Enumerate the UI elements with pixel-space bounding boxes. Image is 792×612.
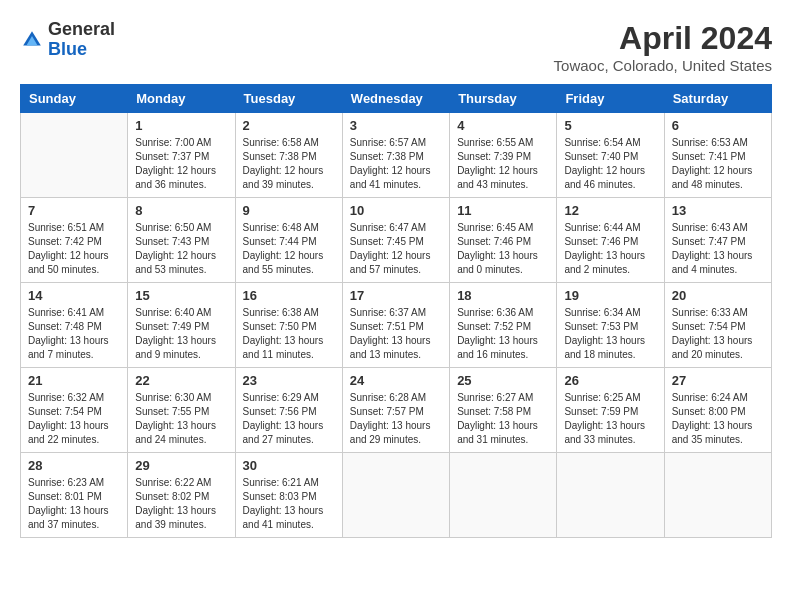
day-info: Sunrise: 6:47 AMSunset: 7:45 PMDaylight:… bbox=[350, 221, 442, 277]
day-info: Sunrise: 6:34 AMSunset: 7:53 PMDaylight:… bbox=[564, 306, 656, 362]
day-number: 18 bbox=[457, 288, 549, 303]
calendar-body: 1Sunrise: 7:00 AMSunset: 7:37 PMDaylight… bbox=[21, 113, 772, 538]
calendar-cell: 13Sunrise: 6:43 AMSunset: 7:47 PMDayligh… bbox=[664, 198, 771, 283]
calendar-week-row: 28Sunrise: 6:23 AMSunset: 8:01 PMDayligh… bbox=[21, 453, 772, 538]
location-title: Towaoc, Colorado, United States bbox=[554, 57, 772, 74]
calendar-cell: 22Sunrise: 6:30 AMSunset: 7:55 PMDayligh… bbox=[128, 368, 235, 453]
header-friday: Friday bbox=[557, 85, 664, 113]
calendar-cell: 2Sunrise: 6:58 AMSunset: 7:38 PMDaylight… bbox=[235, 113, 342, 198]
day-number: 17 bbox=[350, 288, 442, 303]
day-info: Sunrise: 6:41 AMSunset: 7:48 PMDaylight:… bbox=[28, 306, 120, 362]
header: General Blue April 2024 Towaoc, Colorado… bbox=[20, 20, 772, 74]
logo-icon bbox=[20, 28, 44, 52]
header-sunday: Sunday bbox=[21, 85, 128, 113]
day-number: 16 bbox=[243, 288, 335, 303]
calendar-table: Sunday Monday Tuesday Wednesday Thursday… bbox=[20, 84, 772, 538]
header-wednesday: Wednesday bbox=[342, 85, 449, 113]
day-info: Sunrise: 6:36 AMSunset: 7:52 PMDaylight:… bbox=[457, 306, 549, 362]
header-tuesday: Tuesday bbox=[235, 85, 342, 113]
day-number: 26 bbox=[564, 373, 656, 388]
day-number: 20 bbox=[672, 288, 764, 303]
calendar-cell: 30Sunrise: 6:21 AMSunset: 8:03 PMDayligh… bbox=[235, 453, 342, 538]
day-number: 25 bbox=[457, 373, 549, 388]
calendar-cell: 18Sunrise: 6:36 AMSunset: 7:52 PMDayligh… bbox=[450, 283, 557, 368]
day-number: 3 bbox=[350, 118, 442, 133]
day-info: Sunrise: 6:24 AMSunset: 8:00 PMDaylight:… bbox=[672, 391, 764, 447]
calendar-week-row: 7Sunrise: 6:51 AMSunset: 7:42 PMDaylight… bbox=[21, 198, 772, 283]
day-info: Sunrise: 6:53 AMSunset: 7:41 PMDaylight:… bbox=[672, 136, 764, 192]
header-saturday: Saturday bbox=[664, 85, 771, 113]
calendar-cell: 23Sunrise: 6:29 AMSunset: 7:56 PMDayligh… bbox=[235, 368, 342, 453]
header-monday: Monday bbox=[128, 85, 235, 113]
header-thursday: Thursday bbox=[450, 85, 557, 113]
calendar-cell: 14Sunrise: 6:41 AMSunset: 7:48 PMDayligh… bbox=[21, 283, 128, 368]
day-number: 9 bbox=[243, 203, 335, 218]
calendar-cell bbox=[557, 453, 664, 538]
day-number: 13 bbox=[672, 203, 764, 218]
calendar-cell: 6Sunrise: 6:53 AMSunset: 7:41 PMDaylight… bbox=[664, 113, 771, 198]
day-info: Sunrise: 6:44 AMSunset: 7:46 PMDaylight:… bbox=[564, 221, 656, 277]
calendar-cell: 1Sunrise: 7:00 AMSunset: 7:37 PMDaylight… bbox=[128, 113, 235, 198]
calendar-header-row: Sunday Monday Tuesday Wednesday Thursday… bbox=[21, 85, 772, 113]
day-number: 15 bbox=[135, 288, 227, 303]
title-area: April 2024 Towaoc, Colorado, United Stat… bbox=[554, 20, 772, 74]
day-info: Sunrise: 7:00 AMSunset: 7:37 PMDaylight:… bbox=[135, 136, 227, 192]
calendar-cell: 20Sunrise: 6:33 AMSunset: 7:54 PMDayligh… bbox=[664, 283, 771, 368]
month-title: April 2024 bbox=[554, 20, 772, 57]
calendar-cell bbox=[664, 453, 771, 538]
day-info: Sunrise: 6:30 AMSunset: 7:55 PMDaylight:… bbox=[135, 391, 227, 447]
calendar-week-row: 1Sunrise: 7:00 AMSunset: 7:37 PMDaylight… bbox=[21, 113, 772, 198]
calendar-cell: 10Sunrise: 6:47 AMSunset: 7:45 PMDayligh… bbox=[342, 198, 449, 283]
day-info: Sunrise: 6:21 AMSunset: 8:03 PMDaylight:… bbox=[243, 476, 335, 532]
day-number: 22 bbox=[135, 373, 227, 388]
day-info: Sunrise: 6:25 AMSunset: 7:59 PMDaylight:… bbox=[564, 391, 656, 447]
calendar-cell: 11Sunrise: 6:45 AMSunset: 7:46 PMDayligh… bbox=[450, 198, 557, 283]
calendar-cell: 24Sunrise: 6:28 AMSunset: 7:57 PMDayligh… bbox=[342, 368, 449, 453]
day-info: Sunrise: 6:45 AMSunset: 7:46 PMDaylight:… bbox=[457, 221, 549, 277]
day-number: 7 bbox=[28, 203, 120, 218]
day-number: 14 bbox=[28, 288, 120, 303]
calendar-cell bbox=[450, 453, 557, 538]
day-number: 30 bbox=[243, 458, 335, 473]
day-number: 24 bbox=[350, 373, 442, 388]
day-number: 5 bbox=[564, 118, 656, 133]
calendar-cell: 7Sunrise: 6:51 AMSunset: 7:42 PMDaylight… bbox=[21, 198, 128, 283]
day-info: Sunrise: 6:40 AMSunset: 7:49 PMDaylight:… bbox=[135, 306, 227, 362]
day-info: Sunrise: 6:55 AMSunset: 7:39 PMDaylight:… bbox=[457, 136, 549, 192]
day-info: Sunrise: 6:51 AMSunset: 7:42 PMDaylight:… bbox=[28, 221, 120, 277]
day-info: Sunrise: 6:48 AMSunset: 7:44 PMDaylight:… bbox=[243, 221, 335, 277]
day-number: 1 bbox=[135, 118, 227, 133]
day-number: 12 bbox=[564, 203, 656, 218]
day-number: 6 bbox=[672, 118, 764, 133]
calendar-cell: 25Sunrise: 6:27 AMSunset: 7:58 PMDayligh… bbox=[450, 368, 557, 453]
day-number: 10 bbox=[350, 203, 442, 218]
day-number: 29 bbox=[135, 458, 227, 473]
day-number: 23 bbox=[243, 373, 335, 388]
day-info: Sunrise: 6:22 AMSunset: 8:02 PMDaylight:… bbox=[135, 476, 227, 532]
day-number: 19 bbox=[564, 288, 656, 303]
calendar-cell: 21Sunrise: 6:32 AMSunset: 7:54 PMDayligh… bbox=[21, 368, 128, 453]
calendar-cell bbox=[342, 453, 449, 538]
day-info: Sunrise: 6:32 AMSunset: 7:54 PMDaylight:… bbox=[28, 391, 120, 447]
calendar-week-row: 14Sunrise: 6:41 AMSunset: 7:48 PMDayligh… bbox=[21, 283, 772, 368]
day-info: Sunrise: 6:37 AMSunset: 7:51 PMDaylight:… bbox=[350, 306, 442, 362]
day-info: Sunrise: 6:28 AMSunset: 7:57 PMDaylight:… bbox=[350, 391, 442, 447]
day-info: Sunrise: 6:50 AMSunset: 7:43 PMDaylight:… bbox=[135, 221, 227, 277]
calendar-cell: 5Sunrise: 6:54 AMSunset: 7:40 PMDaylight… bbox=[557, 113, 664, 198]
logo-text: General Blue bbox=[48, 20, 115, 60]
calendar-cell bbox=[21, 113, 128, 198]
day-number: 8 bbox=[135, 203, 227, 218]
logo: General Blue bbox=[20, 20, 115, 60]
calendar-cell: 15Sunrise: 6:40 AMSunset: 7:49 PMDayligh… bbox=[128, 283, 235, 368]
day-number: 27 bbox=[672, 373, 764, 388]
day-info: Sunrise: 6:33 AMSunset: 7:54 PMDaylight:… bbox=[672, 306, 764, 362]
calendar-cell: 4Sunrise: 6:55 AMSunset: 7:39 PMDaylight… bbox=[450, 113, 557, 198]
calendar-cell: 17Sunrise: 6:37 AMSunset: 7:51 PMDayligh… bbox=[342, 283, 449, 368]
calendar-cell: 19Sunrise: 6:34 AMSunset: 7:53 PMDayligh… bbox=[557, 283, 664, 368]
day-number: 4 bbox=[457, 118, 549, 133]
calendar-cell: 9Sunrise: 6:48 AMSunset: 7:44 PMDaylight… bbox=[235, 198, 342, 283]
day-info: Sunrise: 6:43 AMSunset: 7:47 PMDaylight:… bbox=[672, 221, 764, 277]
day-info: Sunrise: 6:57 AMSunset: 7:38 PMDaylight:… bbox=[350, 136, 442, 192]
calendar-cell: 8Sunrise: 6:50 AMSunset: 7:43 PMDaylight… bbox=[128, 198, 235, 283]
calendar-week-row: 21Sunrise: 6:32 AMSunset: 7:54 PMDayligh… bbox=[21, 368, 772, 453]
